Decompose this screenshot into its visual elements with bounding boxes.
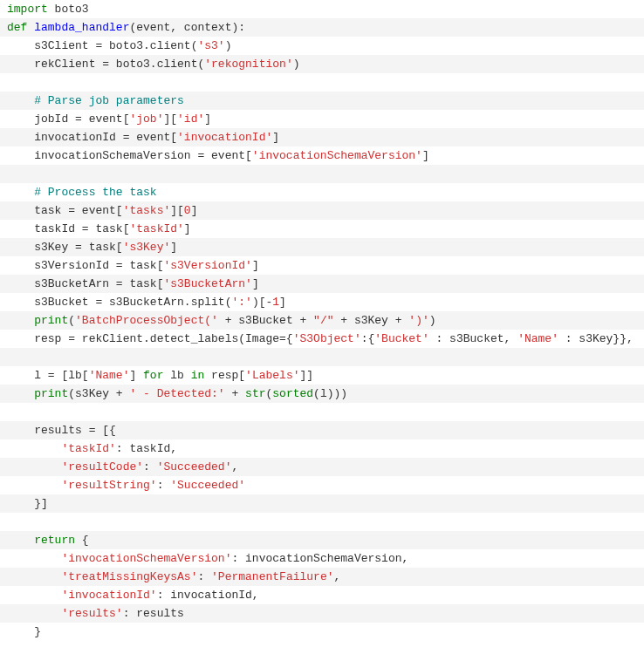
code-token: invocationSchemaVersion = event[ [34, 149, 252, 162]
code-token: ( [68, 314, 75, 327]
code-token: 'invocationId' [177, 131, 272, 144]
code-token: jobId = event[ [34, 112, 129, 126]
code-token: ] [422, 149, 429, 162]
code-token: s3Bucket = s3BucketArn.split( [34, 296, 231, 309]
code-token: 'id' [177, 112, 204, 126]
code-line [0, 165, 644, 183]
code-token: invocationId = event[ [34, 131, 177, 144]
code-token: ) [225, 39, 232, 52]
code-token: : s3Bucket, [429, 332, 517, 345]
code-token: lambda_handler [34, 21, 129, 34]
code-token: } [34, 625, 41, 638]
code-token: task = event[ [34, 204, 122, 217]
code-token: 'results' [61, 607, 122, 620]
code-token: s3BucketArn = task[ [34, 277, 163, 290]
code-token: 'Succeeded' [170, 479, 245, 492]
code-line: # Process the task [0, 183, 644, 201]
code-token: lb [163, 369, 190, 382]
code-token: print [34, 387, 68, 400]
code-token: (s3Key + [68, 387, 129, 400]
code-token: ] [204, 112, 211, 126]
code-token: 'invocationSchemaVersion' [252, 149, 422, 162]
code-line: invocationId = event['invocationId'] [0, 128, 644, 146]
code-line [0, 513, 644, 531]
code-token: ] [252, 259, 259, 272]
code-line: l = [lb['Name'] for lb in resp['Labels']… [0, 366, 644, 385]
code-token: ] [191, 204, 198, 217]
code-token: : invocationId, [157, 589, 259, 602]
code-token: }] [34, 497, 48, 510]
code-token: ] [129, 369, 143, 382]
code-line: jobId = event['job']['id'] [0, 110, 644, 128]
code-token: : [143, 460, 157, 473]
code-token: str [245, 387, 265, 400]
code-token: ) [429, 314, 436, 327]
code-token: ] [252, 277, 259, 290]
code-token: : [157, 479, 171, 492]
code-token: 'job' [129, 112, 163, 126]
code-token: 'rekognition' [204, 58, 292, 71]
code-token: 1 [272, 296, 279, 309]
code-line: results = [{ [0, 421, 644, 439]
code-line: } [0, 623, 644, 641]
code-line: 'treatMissingKeysAs': 'PermanentFailure'… [0, 568, 644, 586]
code-token: resp = rekClient.detect_labels(Image={ [34, 332, 292, 345]
code-token: print [34, 314, 68, 327]
code-token: , [334, 570, 341, 583]
code-token: + s3Bucket + [218, 314, 313, 327]
code-line: s3BucketArn = task['s3BucketArn'] [0, 275, 644, 293]
code-token: 'Succeeded' [157, 460, 232, 473]
code-token: 'S3Object' [293, 332, 361, 345]
code-token: :{ [361, 332, 375, 345]
code-token: 'taskId' [61, 442, 115, 455]
code-line: rekClient = boto3.client('rekognition') [0, 55, 644, 73]
code-token: : [197, 570, 211, 583]
code-token: 's3' [197, 39, 224, 52]
code-line: print('BatchProcessObject(' + s3Bucket +… [0, 311, 644, 330]
code-token: resp[ [204, 369, 245, 382]
code-token: + [225, 387, 245, 400]
code-token: s3Key = task[ [34, 241, 122, 254]
code-line [0, 73, 644, 92]
code-token: 'Name' [517, 332, 558, 345]
code-token: ][ [163, 112, 177, 126]
code-token: ][ [170, 204, 184, 217]
code-token: : results [123, 607, 184, 620]
code-token: sorted [272, 387, 313, 400]
code-token: 'taskId' [129, 222, 183, 235]
code-line: s3Client = boto3.client('s3') [0, 37, 644, 55]
code-token: 's3Key' [123, 241, 171, 254]
code-line: return { [0, 531, 644, 549]
code-line: 'invocationId': invocationId, [0, 586, 644, 604]
code-token: (l))) [313, 387, 347, 400]
code-line: 'taskId': taskId, [0, 439, 644, 458]
code-token: s3Client = boto3.client( [34, 39, 197, 52]
code-token: # Process the task [34, 186, 156, 199]
code-token: def [7, 21, 27, 34]
code-line: s3Bucket = s3BucketArn.split(':')[-1] [0, 293, 644, 311]
code-token: , [231, 460, 238, 473]
code-token: { [75, 534, 89, 547]
code-line: 'invocationSchemaVersion': invocationSch… [0, 549, 644, 568]
code-token: 'Bucket' [374, 332, 428, 345]
code-line: s3Key = task['s3Key'] [0, 238, 644, 256]
code-token: ] [279, 296, 286, 309]
code-token: "/" [313, 314, 333, 327]
code-token: ' - Detected:' [129, 387, 224, 400]
code-token: 'BatchProcessObject(' [75, 314, 218, 327]
code-token: ] [272, 131, 279, 144]
code-token: # Parse job parameters [34, 94, 184, 107]
code-token: taskId = task[ [34, 222, 129, 235]
code-token: )[- [252, 296, 272, 309]
code-token: boto3 [48, 3, 89, 16]
code-token: ) [293, 58, 300, 71]
code-token: 'treatMissingKeysAs' [61, 570, 197, 583]
code-token: : s3Key}}, [558, 332, 634, 345]
code-token: import [7, 3, 48, 16]
code-token: 'Name' [89, 369, 130, 382]
code-token: + s3Key + [334, 314, 409, 327]
code-line: # Parse job parameters [0, 92, 644, 110]
code-token: 'resultString' [61, 479, 156, 492]
code-token: (event, context): [129, 21, 245, 34]
code-line: }] [0, 494, 644, 513]
